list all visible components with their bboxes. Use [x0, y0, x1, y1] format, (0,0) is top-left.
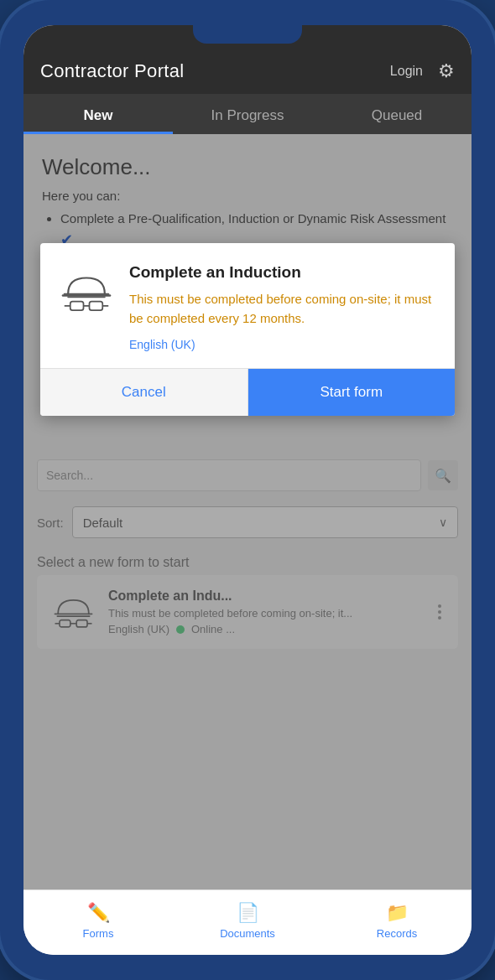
- nav-item-documents[interactable]: 📄 Documents: [173, 897, 322, 945]
- nav-item-forms[interactable]: ✏️ Forms: [23, 897, 173, 945]
- modal-body: Complete an Induction This must be compl…: [40, 243, 455, 368]
- tab-queued[interactable]: Queued: [322, 94, 472, 134]
- induction-icon: [57, 263, 116, 322]
- login-button[interactable]: Login: [390, 64, 423, 79]
- modal-description: This must be completed before coming on-…: [129, 290, 438, 328]
- gear-icon[interactable]: ⚙: [438, 60, 455, 82]
- bottom-nav: ✏️ Forms 📄 Documents 📁 Records: [23, 889, 472, 955]
- main-content: Welcome... Here you can: Complete a Pre-…: [23, 134, 472, 889]
- header-actions: Login ⚙: [390, 60, 455, 82]
- modal-overlay: Complete an Induction This must be compl…: [23, 134, 472, 889]
- records-icon: 📁: [386, 902, 409, 924]
- tabs-bar: New In Progress Queued: [23, 94, 472, 134]
- phone-notch: [193, 25, 302, 44]
- modal-actions: Cancel Start form: [40, 368, 455, 416]
- forms-icon: ✏️: [87, 902, 110, 924]
- start-form-button[interactable]: Start form: [248, 369, 456, 416]
- modal-language: English (UK): [129, 338, 438, 351]
- cancel-button[interactable]: Cancel: [40, 369, 248, 416]
- app-title: Contractor Portal: [40, 60, 184, 82]
- nav-label-records: Records: [377, 927, 417, 940]
- nav-label-documents: Documents: [220, 927, 275, 940]
- phone-shell: Contractor Portal Login ⚙ New In Progres…: [0, 0, 495, 980]
- modal-title: Complete an Induction: [129, 263, 438, 282]
- tab-new[interactable]: New: [23, 94, 173, 134]
- nav-label-forms: Forms: [83, 927, 114, 940]
- tab-in-progress[interactable]: In Progress: [173, 94, 322, 134]
- phone-screen: Contractor Portal Login ⚙ New In Progres…: [23, 25, 472, 955]
- hard-hat-svg: [57, 263, 116, 322]
- svg-rect-4: [90, 302, 103, 311]
- svg-rect-3: [70, 302, 84, 311]
- documents-icon: 📄: [237, 902, 259, 924]
- modal-card: Complete an Induction This must be compl…: [40, 243, 455, 416]
- nav-item-records[interactable]: 📁 Records: [322, 897, 472, 945]
- modal-text: Complete an Induction This must be compl…: [129, 263, 438, 351]
